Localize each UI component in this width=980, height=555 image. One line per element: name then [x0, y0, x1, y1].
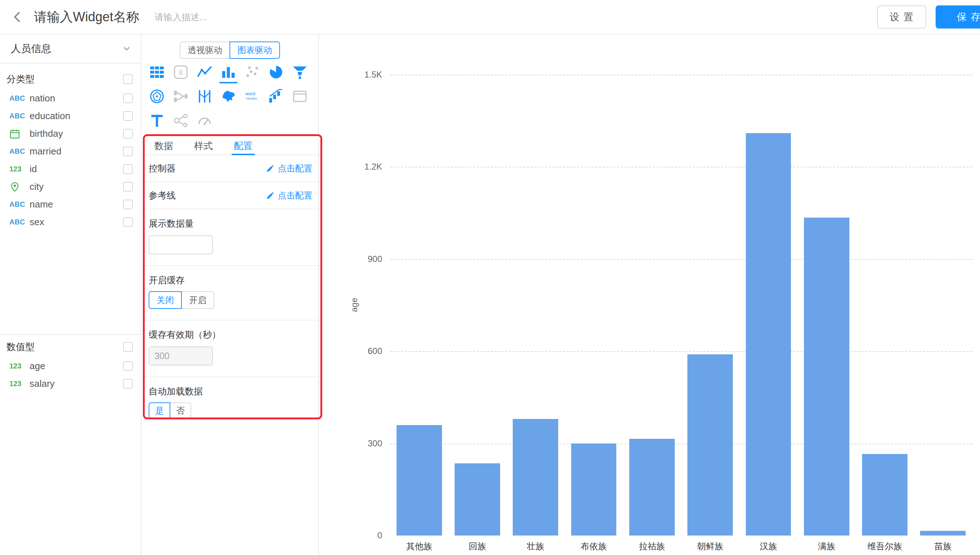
display-limit-section: 展示数据量: [141, 209, 318, 266]
option-是[interactable]: 是: [149, 403, 170, 419]
cache-toggle: 关闭开启: [149, 291, 311, 309]
reference-line-configure-link[interactable]: 点击配置: [266, 190, 312, 201]
bar-苗族[interactable]: [920, 531, 966, 536]
widget-name-input[interactable]: 请输入Widget名称: [34, 8, 139, 26]
field-label: married: [30, 146, 123, 157]
field-checkbox[interactable]: [123, 93, 133, 103]
wordcloud-chart-icon[interactable]: wordcloudBI: [240, 87, 264, 105]
iframe-chart-icon[interactable]: [288, 87, 312, 105]
bar-拉祜族[interactable]: [629, 439, 675, 536]
field-checkbox[interactable]: [123, 361, 133, 371]
x-axis-label: 苗族: [934, 541, 951, 552]
display-limit-input[interactable]: [149, 235, 213, 254]
scatter-chart-icon[interactable]: [240, 63, 264, 81]
bar-其他族[interactable]: [397, 425, 442, 536]
cache-expire-input: [149, 346, 213, 366]
x-axis-label: 布依族: [581, 541, 607, 552]
bar-汉族[interactable]: [746, 133, 791, 536]
field-item-city[interactable]: city: [0, 178, 141, 196]
field-checkbox[interactable]: [123, 129, 133, 139]
bar-chart-icon[interactable]: [216, 63, 240, 81]
funnel-chart-icon[interactable]: [288, 63, 312, 81]
field-type-icon: [10, 181, 30, 192]
x-axis-label: 壮族: [527, 541, 544, 552]
field-label: birthday: [30, 128, 123, 139]
parallel-chart-icon[interactable]: [193, 87, 216, 105]
config-panel: 透视驱动图表驱动 8wordcloudBI 数据样式配置 控制器 点击配置 参考…: [141, 35, 319, 555]
scorecard-chart-icon[interactable]: 8: [169, 63, 193, 81]
table-chart-icon[interactable]: [145, 63, 169, 81]
field-item-salary[interactable]: 123salary: [0, 375, 141, 393]
field-type-icon: ABC: [10, 147, 30, 156]
field-item-age[interactable]: 123age: [0, 357, 141, 375]
field-item-education[interactable]: ABCeducation: [0, 107, 141, 125]
panel-tabs: 数据样式配置: [141, 137, 318, 155]
svg-text:8: 8: [179, 69, 183, 77]
bar-回族[interactable]: [455, 464, 500, 536]
relation-chart-icon[interactable]: [169, 112, 193, 130]
field-checkbox[interactable]: [123, 217, 133, 227]
field-label: sex: [30, 217, 123, 228]
group-checkbox[interactable]: [123, 74, 133, 84]
field-checkbox[interactable]: [123, 111, 133, 121]
y-axis-tick: 900: [368, 254, 382, 264]
field-item-nation[interactable]: ABCnation: [0, 90, 141, 107]
bar-壮族[interactable]: [513, 419, 558, 536]
field-checkbox[interactable]: [123, 164, 133, 174]
field-type-icon: ABC: [10, 200, 30, 209]
bar-满族[interactable]: [804, 218, 849, 536]
tab-配置[interactable]: 配置: [232, 137, 255, 154]
field-item-name[interactable]: ABCname: [0, 196, 141, 213]
edit-icon: [266, 164, 275, 173]
field-item-sex[interactable]: ABCsex: [0, 213, 141, 231]
bar-朝鲜族[interactable]: [687, 354, 733, 536]
svg-text:BI: BI: [255, 97, 257, 100]
option-否[interactable]: 否: [170, 403, 191, 419]
line-chart-icon[interactable]: [193, 63, 216, 81]
radar-chart-icon[interactable]: [145, 87, 169, 105]
richtext-chart-icon[interactable]: [145, 112, 169, 130]
gauge-chart-icon[interactable]: [193, 112, 216, 130]
auto-load-label: 自动加载数据: [149, 386, 311, 396]
field-checkbox[interactable]: [123, 146, 133, 156]
x-axis-label: 满族: [818, 541, 835, 552]
cache-section: 开启缓存 关闭开启: [141, 266, 318, 321]
save-button[interactable]: 保 存: [936, 5, 980, 29]
field-group: 分类型ABCnationABCeducationbirthdayABCmarri…: [0, 69, 141, 231]
controller-configure-link[interactable]: 点击配置: [266, 163, 312, 174]
settings-button[interactable]: 设 置: [877, 5, 926, 29]
gridline: [390, 443, 972, 444]
bar-维吾尔族[interactable]: [862, 454, 908, 536]
waterfall-chart-icon[interactable]: [264, 87, 288, 105]
tab-样式[interactable]: 样式: [192, 137, 215, 154]
option-关闭[interactable]: 关闭: [149, 291, 182, 309]
gridline: [390, 167, 972, 167]
map-chart-icon[interactable]: [216, 87, 240, 105]
field-checkbox[interactable]: [123, 182, 133, 192]
y-axis-tick: 600: [368, 346, 382, 356]
field-type-icon: ABC: [10, 218, 30, 226]
chart-type-grid: 8wordcloudBI: [145, 63, 318, 130]
fields-sidebar: 人员信息 分类型ABCnationABCeducationbirthdayABC…: [0, 35, 141, 555]
back-button[interactable]: [10, 10, 24, 24]
group-checkbox[interactable]: [123, 342, 133, 352]
pie-chart-icon[interactable]: [264, 63, 288, 81]
widget-description-input[interactable]: 请输入描述...: [154, 11, 207, 23]
group-label: 数值型: [6, 341, 123, 353]
option-开启[interactable]: 开启: [181, 291, 215, 309]
mode-option-透视驱动[interactable]: 透视驱动: [180, 42, 230, 59]
x-axis-label: 汉族: [759, 541, 777, 552]
field-item-birthday[interactable]: birthday: [0, 125, 141, 143]
mode-option-图表驱动[interactable]: 图表驱动: [229, 42, 280, 59]
tab-数据[interactable]: 数据: [152, 137, 175, 154]
field-checkbox[interactable]: [123, 379, 133, 389]
cache-label: 开启缓存: [149, 274, 311, 286]
field-item-id[interactable]: 123id: [0, 160, 141, 178]
view-selector[interactable]: 人员信息: [0, 35, 141, 64]
field-checkbox[interactable]: [123, 200, 133, 209]
chevron-down-icon: [122, 44, 131, 53]
sankey-chart-icon[interactable]: [169, 87, 193, 105]
field-label: nation: [30, 93, 123, 104]
field-item-married[interactable]: ABCmarried: [0, 143, 141, 160]
bar-布依族[interactable]: [571, 443, 617, 536]
